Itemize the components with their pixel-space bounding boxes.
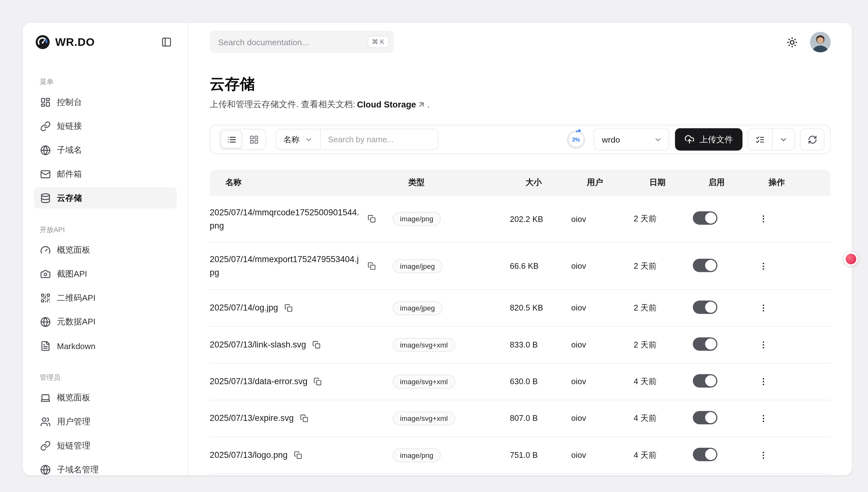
row-actions-menu[interactable] bbox=[756, 448, 770, 462]
sidebar-item-label: 概览面板 bbox=[57, 244, 91, 255]
grid-view-button[interactable] bbox=[243, 130, 264, 148]
sidebar-item-mailbox[interactable]: 邮件箱 bbox=[34, 164, 177, 184]
enable-toggle[interactable] bbox=[693, 212, 718, 225]
sidebar-item-label: 元数据API bbox=[57, 317, 96, 327]
row-actions-menu[interactable] bbox=[756, 375, 770, 389]
app-logo[interactable]: WR.DO bbox=[35, 34, 95, 49]
file-user: oiov bbox=[571, 377, 634, 386]
doc-link[interactable]: Cloud Storage bbox=[357, 100, 426, 110]
sidebar-item-markdown[interactable]: Markdown bbox=[34, 335, 177, 356]
users-icon bbox=[40, 416, 51, 427]
files-table: 名称类型大小用户日期启用操作 2025/07/14/mmqrcode175250… bbox=[210, 170, 831, 474]
batch-select-button[interactable] bbox=[748, 129, 772, 150]
page-subtitle: 上传和管理云存储文件. 查看相关文档: Cloud Storage . bbox=[210, 99, 831, 110]
file-type-badge: image/jpeg bbox=[393, 301, 442, 315]
sidebar-item-label: 邮件箱 bbox=[57, 169, 82, 179]
file-name[interactable]: 2025/07/13/data-error.svg bbox=[210, 375, 308, 388]
column-header: 操作 bbox=[769, 177, 831, 188]
sidebar-item-qrcode-api[interactable]: 二维码API bbox=[34, 287, 177, 308]
copy-icon[interactable] bbox=[367, 215, 376, 223]
file-type-badge: image/svg+xml bbox=[393, 411, 455, 425]
row-actions-menu[interactable] bbox=[756, 338, 770, 352]
toolbar: 名称 3% wrdo 上传文件 bbox=[210, 125, 831, 154]
user-avatar[interactable] bbox=[810, 32, 831, 52]
sidebar-item-subdomain-management[interactable]: 子域名管理 bbox=[34, 459, 177, 475]
sidebar-nav: 菜单控制台短链接子域名邮件箱云存储开放API概览面板截图API二维码API元数据… bbox=[34, 77, 177, 475]
column-header: 启用 bbox=[708, 177, 769, 188]
enable-toggle[interactable] bbox=[693, 300, 718, 314]
copy-icon[interactable] bbox=[367, 262, 376, 270]
doc-search-input[interactable] bbox=[218, 37, 367, 47]
file-date: 4 天前 bbox=[634, 450, 693, 461]
column-header: 类型 bbox=[408, 177, 525, 188]
sidebar-item-links-management[interactable]: 短链管理 bbox=[34, 435, 177, 456]
list-view-button[interactable] bbox=[221, 130, 242, 148]
batch-actions bbox=[747, 128, 795, 151]
name-search-input[interactable] bbox=[321, 129, 438, 149]
progress-dot bbox=[577, 128, 581, 132]
upload-button[interactable]: 上传文件 bbox=[675, 128, 742, 151]
row-actions-menu[interactable] bbox=[756, 301, 770, 315]
refresh-button[interactable] bbox=[800, 128, 825, 151]
table-row: 2025/07/13/link-slash.svgimage/svg+xml83… bbox=[210, 327, 831, 363]
bucket-select[interactable]: wrdo bbox=[594, 128, 669, 151]
sort-field-select[interactable]: 名称 bbox=[276, 129, 321, 149]
copy-icon[interactable] bbox=[294, 451, 302, 460]
file-size: 202.2 KB bbox=[510, 214, 571, 223]
sidebar-item-short-links[interactable]: 短链接 bbox=[34, 116, 177, 137]
copy-icon[interactable] bbox=[300, 414, 308, 422]
keyboard-shortcut-badge: ⌘ K bbox=[367, 36, 389, 48]
file-name[interactable]: 2025/07/14/mmexport1752479553404.jpg bbox=[210, 253, 362, 279]
filter-group: 名称 bbox=[275, 129, 438, 150]
file-user: oiov bbox=[571, 214, 634, 223]
enable-toggle[interactable] bbox=[693, 448, 718, 461]
main-content: ⌘ K 云存储 上传 bbox=[189, 23, 852, 475]
copy-icon[interactable] bbox=[284, 304, 293, 312]
file-type-badge: image/jpeg bbox=[393, 259, 442, 273]
sidebar-item-cloud-storage[interactable]: 云存储 bbox=[34, 188, 177, 209]
chevron-down-icon bbox=[305, 135, 313, 144]
sidebar-collapse-button[interactable] bbox=[157, 32, 176, 51]
file-name[interactable]: 2025/07/14/og.jpg bbox=[210, 301, 278, 315]
doc-link-label: Cloud Storage bbox=[357, 100, 416, 110]
row-actions-menu[interactable] bbox=[756, 212, 770, 226]
copy-icon[interactable] bbox=[313, 377, 322, 386]
enable-toggle[interactable] bbox=[693, 411, 718, 424]
sidebar-item-metadata-api[interactable]: 元数据API bbox=[34, 311, 177, 332]
sidebar-item-user-management[interactable]: 用户管理 bbox=[34, 411, 177, 432]
doc-search[interactable]: ⌘ K bbox=[210, 31, 394, 53]
file-type-badge: image/png bbox=[393, 212, 441, 226]
page-title: 云存储 bbox=[210, 74, 831, 94]
theme-toggle-button[interactable] bbox=[782, 32, 801, 52]
file-size: 630.0 B bbox=[510, 377, 571, 386]
file-user: oiov bbox=[571, 414, 634, 423]
file-user: oiov bbox=[571, 340, 634, 349]
file-name[interactable]: 2025/07/13/expire.svg bbox=[210, 412, 293, 425]
enable-toggle[interactable] bbox=[693, 259, 718, 272]
storage-usage-ring: 3% bbox=[567, 130, 585, 149]
globe-icon bbox=[40, 317, 51, 327]
column-header: 用户 bbox=[587, 177, 649, 188]
table-row: 2025/07/14/og.jpgimage/jpeg820.5 KBoiov2… bbox=[210, 290, 831, 327]
row-actions-menu[interactable] bbox=[756, 259, 770, 273]
sidebar-item-subdomains[interactable]: 子域名 bbox=[34, 140, 177, 161]
sidebar-item-label: 用户管理 bbox=[57, 416, 91, 427]
file-name[interactable]: 2025/07/14/mmqrcode1752500901544.png bbox=[210, 206, 362, 232]
copy-icon[interactable] bbox=[312, 341, 320, 349]
sidebar-item-screenshot-api[interactable]: 截图API bbox=[34, 263, 177, 284]
feedback-float-button[interactable] bbox=[843, 251, 858, 266]
file-name[interactable]: 2025/07/13/link-slash.svg bbox=[210, 338, 306, 351]
gauge-icon bbox=[40, 244, 51, 255]
sidebar-item-admin-overview[interactable]: 概览面板 bbox=[34, 387, 177, 408]
enable-toggle[interactable] bbox=[693, 374, 718, 387]
row-actions-menu[interactable] bbox=[756, 411, 770, 425]
table-row: 2025/07/13/expire.svgimage/svg+xml807.0 … bbox=[210, 400, 831, 437]
sidebar-item-api-overview[interactable]: 概览面板 bbox=[34, 239, 177, 261]
file-size: 66.6 KB bbox=[510, 262, 571, 270]
sidebar-item-console[interactable]: 控制台 bbox=[34, 91, 177, 113]
table-header-row: 名称类型大小用户日期启用操作 bbox=[210, 170, 831, 196]
file-name[interactable]: 2025/07/13/logo.png bbox=[210, 449, 288, 462]
sidebar-item-label: 二维码API bbox=[57, 293, 96, 303]
enable-toggle[interactable] bbox=[693, 337, 718, 351]
batch-menu-chevron[interactable] bbox=[772, 129, 795, 150]
